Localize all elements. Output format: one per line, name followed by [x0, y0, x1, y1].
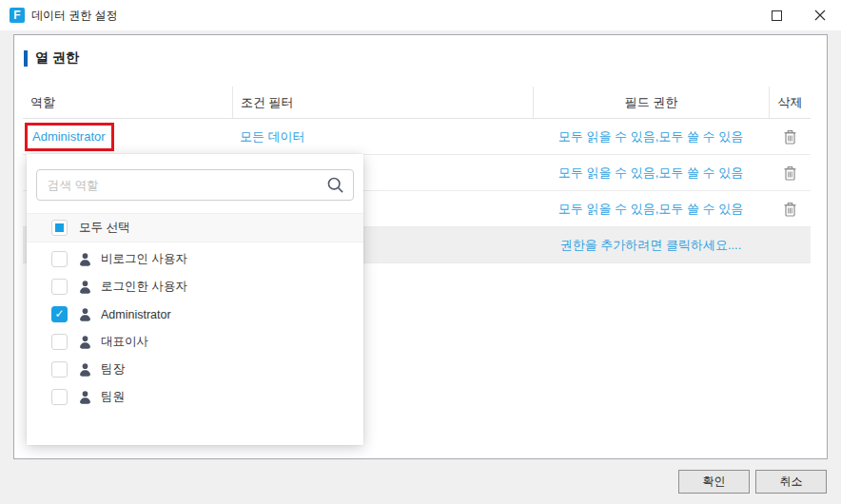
- maximize-icon: [772, 10, 782, 21]
- add-permission-label: 권한을 추가하려면 클릭하세요....: [560, 237, 742, 254]
- role-select-popup: 모두 선택 비로그인 사용자 로그인한 사용자 Administrator: [27, 154, 363, 445]
- dialog-titlebar: F 데이터 권한 설정: [0, 0, 841, 30]
- role-link[interactable]: Administrator: [32, 129, 106, 144]
- role-list-item[interactable]: Administrator: [27, 300, 363, 328]
- column-header-filter: 조건 필터: [232, 87, 533, 118]
- column-header-field-permission: 필드 권한: [533, 87, 769, 118]
- role-highlight-box: Administrator: [25, 123, 114, 151]
- role-list-item[interactable]: 팀장: [27, 356, 363, 383]
- person-icon: [78, 390, 92, 404]
- person-icon: [78, 307, 92, 321]
- role-checkbox[interactable]: [51, 306, 68, 322]
- role-checkbox[interactable]: [51, 334, 68, 350]
- trash-icon: [783, 129, 797, 145]
- role-label: 팀장: [101, 361, 125, 378]
- delete-row-button[interactable]: [779, 126, 800, 147]
- search-icon: [326, 176, 344, 198]
- column-header-role: 역할: [23, 87, 232, 118]
- section-accent-bar: [24, 50, 28, 67]
- dialog-title: 데이터 권한 설정: [31, 8, 118, 24]
- role-list: 비로그인 사용자 로그인한 사용자 Administrator 대표이사: [27, 245, 363, 411]
- cancel-button[interactable]: 취소: [755, 470, 827, 494]
- app-icon: F: [10, 8, 25, 23]
- field-permission-link[interactable]: 모두 읽을 수 있음,모두 쓸 수 있음: [558, 165, 743, 182]
- select-all-label: 모두 선택: [79, 220, 129, 236]
- person-icon: [78, 362, 92, 377]
- person-icon: [78, 335, 92, 349]
- window-controls: [755, 0, 841, 30]
- close-icon: [814, 10, 826, 21]
- filter-link[interactable]: 모든 데이터: [240, 128, 305, 145]
- role-label: 대표이사: [101, 334, 148, 350]
- search-input[interactable]: [36, 169, 354, 201]
- role-checkbox[interactable]: [51, 361, 68, 378]
- field-permission-link[interactable]: 모두 읽을 수 있음,모두 쓸 수 있음: [558, 128, 743, 145]
- role-label: Administrator: [101, 308, 171, 321]
- column-header-delete: 삭제: [769, 87, 811, 118]
- person-icon: [78, 252, 92, 266]
- table-header-row: 역할 조건 필터 필드 권한 삭제: [23, 87, 811, 119]
- role-label: 로그인한 사용자: [101, 279, 187, 295]
- role-checkbox[interactable]: [51, 279, 68, 295]
- ok-button[interactable]: 확인: [678, 470, 750, 494]
- person-icon: [78, 280, 92, 294]
- role-label: 팀원: [101, 389, 125, 405]
- maximize-button[interactable]: [755, 0, 798, 30]
- role-list-item[interactable]: 대표이사: [27, 328, 363, 356]
- role-checkbox[interactable]: [51, 389, 68, 405]
- trash-icon: [783, 202, 797, 217]
- delete-row-button[interactable]: [779, 199, 800, 220]
- select-all-item[interactable]: 모두 선택: [27, 213, 363, 242]
- role-list-item[interactable]: 로그인한 사용자: [27, 273, 363, 300]
- table-row: Administrator 모든 데이터 모두 읽을 수 있음,모두 쓸 수 있…: [23, 119, 811, 155]
- section-header: 열 권한: [24, 48, 827, 68]
- field-permission-link[interactable]: 모두 읽을 수 있음,모두 쓸 수 있음: [558, 201, 743, 218]
- search-field-wrap: [36, 169, 354, 201]
- select-all-checkbox[interactable]: [51, 220, 68, 236]
- section-title: 열 권한: [35, 49, 79, 67]
- role-list-item[interactable]: 팀원: [27, 383, 363, 411]
- role-list-item[interactable]: 비로그인 사용자: [27, 245, 363, 273]
- role-checkbox[interactable]: [51, 251, 68, 267]
- role-label: 비로그인 사용자: [101, 251, 187, 267]
- trash-icon: [783, 165, 797, 181]
- delete-row-button[interactable]: [779, 163, 800, 184]
- close-button[interactable]: [798, 0, 841, 30]
